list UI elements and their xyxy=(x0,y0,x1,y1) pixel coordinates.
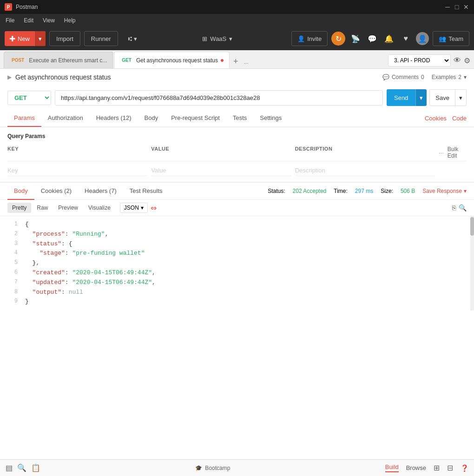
new-button[interactable]: ✚ New ▾ xyxy=(5,31,46,46)
value-input[interactable] xyxy=(151,165,291,176)
description-input[interactable] xyxy=(295,165,435,176)
bulk-edit-button[interactable]: Bulk Edit xyxy=(448,146,467,159)
url-bar: GET POST PUT DELETE PATCH Send ▾ Save ▾ xyxy=(0,86,474,110)
time-value: 297 ms xyxy=(355,188,373,194)
bell-icon[interactable]: 🔔 xyxy=(382,32,395,45)
workspace-grid-icon: ⊞ xyxy=(202,35,207,42)
browse-button[interactable]: Browse xyxy=(406,464,426,471)
sidebar-toggle-button[interactable]: ▤ xyxy=(6,463,13,472)
value-column-header: VALUE xyxy=(151,146,291,159)
scrollbar-track xyxy=(470,216,474,311)
send-dropdown-button[interactable]: ▾ xyxy=(415,89,427,106)
tab-add-button[interactable]: + xyxy=(230,57,241,66)
help-button[interactable]: ❓ xyxy=(461,464,468,472)
menu-view[interactable]: View xyxy=(42,15,56,26)
comments-button[interactable]: 💬 Comments 0 xyxy=(382,74,424,80)
format-preview[interactable]: Preview xyxy=(53,203,83,213)
json-line-4: 4 "stage": "pre-funding wallet" xyxy=(0,249,474,258)
workspace-chevron-icon: ▾ xyxy=(229,35,232,42)
build-button[interactable]: Build xyxy=(385,463,399,472)
response-section: Body Cookies (2) Headers (7) Test Result… xyxy=(0,182,474,311)
tab-bar: POST Execute an Ethereum smart c... GET … xyxy=(0,50,474,69)
code-link[interactable]: Code xyxy=(452,115,467,122)
url-input[interactable] xyxy=(55,90,383,106)
save-dropdown-button[interactable]: ▾ xyxy=(455,89,467,106)
maximize-button[interactable]: □ xyxy=(454,4,460,10)
eye-icon[interactable]: 👁 xyxy=(454,56,461,65)
resp-tab-body[interactable]: Body xyxy=(7,183,34,200)
resp-tab-headers[interactable]: Headers (7) xyxy=(78,183,123,200)
environment-selector[interactable]: 3. API - PROD 1. API - DEV 2. API - STAG… xyxy=(388,54,451,66)
save-response-button[interactable]: Save Response ▾ xyxy=(422,188,467,194)
format-raw[interactable]: Raw xyxy=(32,203,53,213)
tab-get[interactable]: GET Get asynchronous request status xyxy=(114,52,230,68)
search-button[interactable]: 🔍 xyxy=(459,204,467,212)
radio-icon[interactable]: 📡 xyxy=(349,32,362,45)
tab-tests[interactable]: Tests xyxy=(226,110,253,127)
copy-button[interactable]: ⎘ xyxy=(452,204,456,212)
tab-settings[interactable]: Settings xyxy=(253,110,288,127)
avatar[interactable]: 👤 xyxy=(416,32,429,45)
examples-count: 2 xyxy=(458,74,461,80)
cookies-link[interactable]: Cookies xyxy=(425,115,447,122)
tab-post[interactable]: POST Execute an Ethereum smart c... xyxy=(4,52,113,68)
comments-count: 0 xyxy=(421,74,424,80)
tab-more-button[interactable]: ··· xyxy=(241,60,251,66)
team-icon: 👥 xyxy=(439,35,446,42)
wrap-text-button[interactable]: ⇔ xyxy=(151,204,157,212)
format-visualize[interactable]: Visualize xyxy=(84,203,115,213)
chat-icon[interactable]: 💬 xyxy=(366,32,379,45)
description-column-header: DESCRIPTION xyxy=(295,146,435,159)
scrollbar-thumb[interactable] xyxy=(470,217,474,236)
app-icon: P xyxy=(5,3,12,11)
tab-authorization[interactable]: Authorization xyxy=(41,110,90,127)
settings-icon[interactable]: ⚙ xyxy=(464,56,470,65)
status-value: 202 Accepted xyxy=(293,188,327,194)
tab-headers[interactable]: Headers (12) xyxy=(90,110,138,127)
json-viewer: 1 { 2 "process": "Running", 3 "status": … xyxy=(0,216,474,311)
method-selector[interactable]: GET POST PUT DELETE PATCH xyxy=(7,91,51,105)
tab-pre-request[interactable]: Pre-request Script xyxy=(165,110,226,127)
person-icon: 👤 xyxy=(297,35,305,42)
format-type-selector[interactable]: JSON ▾ xyxy=(120,203,148,213)
fork-icon: ⑆ xyxy=(128,35,132,42)
key-input[interactable] xyxy=(7,165,147,176)
graph-icon[interactable]: ⊟ xyxy=(447,463,453,472)
resp-tab-test-results[interactable]: Test Results xyxy=(123,183,169,200)
sync-button[interactable]: ↻ xyxy=(331,32,345,46)
request-name: Get asynchronous request status xyxy=(15,73,111,81)
query-params-title: Query Params xyxy=(7,133,467,139)
json-line-3: 3 "status": { xyxy=(0,239,474,249)
examples-button[interactable]: Examples 2 ▾ xyxy=(432,74,467,80)
resp-tab-cookies[interactable]: Cookies (2) xyxy=(34,183,78,200)
search-bottom-button[interactable]: 🔍 xyxy=(17,463,26,472)
send-button[interactable]: Send xyxy=(387,89,415,106)
menu-file[interactable]: File xyxy=(5,15,15,26)
history-button[interactable]: 📋 xyxy=(31,463,40,472)
params-more-icon[interactable]: ··· xyxy=(439,149,444,156)
tab-modified-indicator xyxy=(221,59,224,62)
layout-icon[interactable]: ⊞ xyxy=(434,463,440,472)
import-button[interactable]: Import xyxy=(49,31,80,46)
format-pretty[interactable]: Pretty xyxy=(7,203,31,213)
size-value: 506 B xyxy=(401,188,415,194)
tab-body[interactable]: Body xyxy=(138,110,165,127)
new-dropdown-button[interactable]: ▾ xyxy=(34,31,46,46)
workspace-selector[interactable]: ⊞ WaaS ▾ xyxy=(198,31,237,46)
comment-icon: 💬 xyxy=(382,74,389,80)
bootcamp-button[interactable]: 🎓 Bootcamp xyxy=(45,465,381,471)
tab-method-get: GET xyxy=(120,57,133,63)
runner-button[interactable]: Runner xyxy=(84,31,118,46)
minimize-button[interactable]: ─ xyxy=(444,4,451,10)
close-button[interactable]: ✕ xyxy=(463,4,469,10)
size-label: Size: xyxy=(381,188,393,194)
fork-button[interactable]: ⑆▾ xyxy=(122,31,144,46)
team-button[interactable]: 👥 Team xyxy=(433,31,469,46)
heart-icon[interactable]: ♥ xyxy=(399,32,412,45)
tab-params[interactable]: Params xyxy=(7,110,41,127)
menu-help[interactable]: Help xyxy=(63,15,77,26)
menu-edit[interactable]: Edit xyxy=(23,15,34,26)
invite-button[interactable]: 👤 Invite xyxy=(291,31,328,46)
window-controls[interactable]: ─ □ ✕ xyxy=(444,4,469,10)
save-button[interactable]: Save xyxy=(429,89,455,106)
